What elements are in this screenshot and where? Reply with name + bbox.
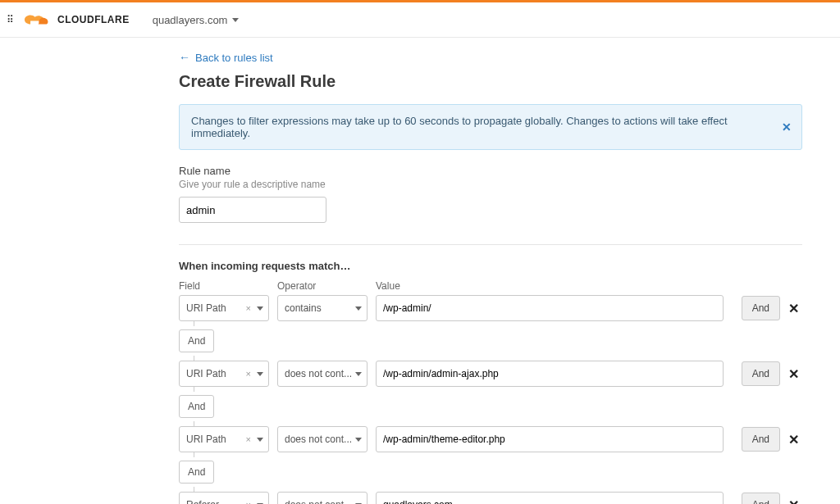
col-value-label: Value	[376, 280, 802, 292]
rule-row: URI Path×does not cont...And✕	[179, 361, 802, 387]
rules-container: URI Path×containsAnd✕AndURI Path×does no…	[179, 295, 802, 504]
value-input[interactable]	[376, 295, 724, 321]
top-bar: ⠿ CLOUDFLARE quadlayers.com	[0, 0, 840, 38]
and-button[interactable]: And	[742, 296, 780, 320]
operator-select-label: does not cont...	[285, 499, 354, 504]
delete-row-icon[interactable]: ✕	[785, 497, 802, 505]
field-select-label: URI Path	[186, 368, 242, 379]
domain-selector-label: quadlayers.com	[153, 14, 228, 26]
chevron-down-icon	[355, 372, 362, 376]
domain-selector[interactable]: quadlayers.com	[153, 14, 240, 26]
operator-select[interactable]: does not cont...	[277, 361, 368, 387]
connector-label[interactable]: And	[179, 461, 214, 484]
brand-logo: ⠿ CLOUDFLARE	[7, 12, 130, 27]
value-input[interactable]	[376, 492, 724, 504]
row-actions: And✕	[742, 296, 802, 320]
rule-name-hint: Give your rule a descriptive name	[179, 179, 802, 190]
row-actions: And✕	[742, 493, 802, 504]
cloud-icon	[21, 12, 52, 27]
connector: And	[179, 329, 802, 352]
operator-select-label: contains	[285, 302, 354, 314]
value-input[interactable]	[376, 426, 724, 452]
logo-dots-icon: ⠿	[7, 14, 13, 25]
clear-icon[interactable]: ×	[242, 434, 255, 444]
page-title: Create Firewall Rule	[179, 72, 802, 91]
rule-row: URI Path×containsAnd✕	[179, 295, 802, 321]
clear-icon[interactable]: ×	[242, 369, 255, 379]
row-actions: And✕	[742, 427, 802, 452]
connector-label[interactable]: And	[179, 329, 214, 352]
rule-name-section: Rule name Give your rule a descriptive n…	[179, 165, 802, 223]
delete-row-icon[interactable]: ✕	[785, 366, 802, 382]
operator-select[interactable]: does not cont...	[277, 426, 368, 452]
main-content: ← Back to rules list Create Firewall Rul…	[179, 38, 802, 504]
back-link-label: Back to rules list	[195, 52, 273, 64]
connector-label[interactable]: And	[179, 395, 214, 418]
col-operator-label: Operator	[277, 280, 368, 292]
connector: And	[179, 461, 802, 484]
arrow-left-icon: ←	[179, 51, 190, 64]
operator-select[interactable]: does not cont...	[277, 492, 368, 504]
and-button[interactable]: And	[742, 361, 780, 386]
clear-icon[interactable]: ×	[242, 303, 255, 313]
info-banner-text: Changes to filter expressions may take u…	[191, 115, 728, 139]
chevron-down-icon	[257, 438, 263, 442]
operator-select-label: does not cont...	[285, 434, 354, 445]
col-field-label: Field	[179, 280, 269, 292]
close-icon[interactable]: ✕	[782, 120, 792, 134]
divider	[179, 244, 802, 245]
field-select-label: Referer	[186, 499, 242, 504]
row-actions: And✕	[742, 361, 802, 386]
brand-name: CLOUDFLARE	[57, 14, 130, 25]
rule-row: Referer×does not cont...And✕	[179, 492, 802, 504]
chevron-down-icon	[257, 372, 263, 376]
field-select[interactable]: URI Path×	[179, 361, 269, 387]
field-select[interactable]: URI Path×	[179, 426, 269, 452]
chevron-down-icon	[355, 306, 362, 311]
back-link[interactable]: ← Back to rules list	[179, 51, 802, 64]
value-input[interactable]	[376, 361, 724, 387]
field-select[interactable]: Referer×	[179, 492, 269, 504]
chevron-down-icon	[257, 306, 263, 311]
rule-name-input[interactable]	[179, 197, 326, 223]
delete-row-icon[interactable]: ✕	[785, 301, 802, 316]
field-select-label: URI Path	[186, 302, 242, 314]
chevron-down-icon	[232, 18, 239, 22]
operator-select[interactable]: contains	[277, 295, 368, 321]
and-button[interactable]: And	[742, 427, 780, 452]
connector: And	[179, 395, 802, 418]
info-banner: Changes to filter expressions may take u…	[179, 104, 802, 150]
clear-icon[interactable]: ×	[242, 500, 255, 504]
operator-select-label: does not cont...	[285, 368, 354, 379]
rule-row: URI Path×does not cont...And✕	[179, 426, 802, 452]
column-headers: Field Operator Value	[179, 280, 802, 292]
chevron-down-icon	[355, 438, 362, 442]
field-select[interactable]: URI Path×	[179, 295, 269, 321]
rule-name-label: Rule name	[179, 165, 802, 177]
and-button[interactable]: And	[742, 493, 780, 504]
delete-row-icon[interactable]: ✕	[785, 432, 802, 447]
match-section-title: When incoming requests match…	[179, 260, 802, 272]
field-select-label: URI Path	[186, 434, 242, 445]
